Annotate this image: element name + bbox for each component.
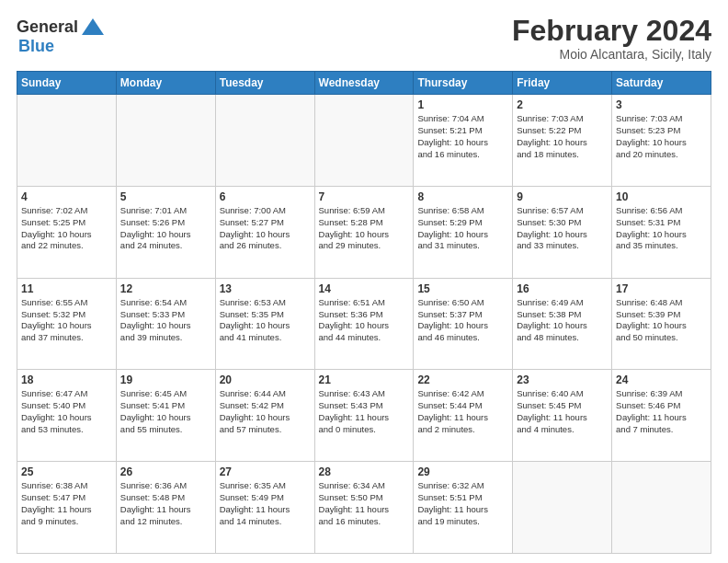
day-number: 27 [220, 465, 311, 478]
day-number: 29 [417, 465, 508, 478]
day-number: 6 [220, 190, 311, 203]
title-block: February 2024 Moio Alcantara, Sicily, It… [512, 15, 711, 62]
header: General Blue February 2024 Moio Alcantar… [17, 15, 711, 62]
calendar-week-1: 1Sunrise: 7:04 AMSunset: 5:21 PMDaylight… [17, 95, 711, 187]
svg-marker-0 [82, 18, 104, 35]
day-info: Sunrise: 6:54 AMSunset: 5:33 PMDaylight:… [120, 297, 211, 344]
day-number: 5 [120, 190, 211, 203]
calendar-cell: 20Sunrise: 6:44 AMSunset: 5:42 PMDayligh… [215, 370, 314, 462]
day-number: 10 [616, 190, 707, 203]
day-number: 20 [220, 373, 311, 386]
day-info: Sunrise: 6:53 AMSunset: 5:35 PMDaylight:… [220, 297, 311, 344]
day-info: Sunrise: 6:51 AMSunset: 5:36 PMDaylight:… [319, 297, 410, 344]
calendar-cell: 16Sunrise: 6:49 AMSunset: 5:38 PMDayligh… [513, 278, 612, 370]
calendar-cell: 27Sunrise: 6:35 AMSunset: 5:49 PMDayligh… [215, 462, 314, 554]
day-info: Sunrise: 7:04 AMSunset: 5:21 PMDaylight:… [417, 113, 508, 160]
day-info: Sunrise: 6:36 AMSunset: 5:48 PMDaylight:… [120, 480, 211, 527]
calendar-cell: 28Sunrise: 6:34 AMSunset: 5:50 PMDayligh… [314, 462, 414, 554]
calendar-cell: 12Sunrise: 6:54 AMSunset: 5:33 PMDayligh… [116, 278, 215, 370]
calendar-cell [513, 462, 612, 554]
calendar-cell [314, 95, 414, 187]
day-number: 1 [417, 98, 508, 111]
day-number: 11 [21, 282, 112, 295]
day-number: 22 [417, 373, 508, 386]
calendar-cell: 4Sunrise: 7:02 AMSunset: 5:25 PMDaylight… [17, 186, 117, 278]
day-number: 15 [417, 282, 508, 295]
logo: General Blue [17, 15, 106, 56]
day-number: 28 [319, 465, 410, 478]
day-info: Sunrise: 7:03 AMSunset: 5:23 PMDaylight:… [616, 113, 707, 160]
day-info: Sunrise: 6:59 AMSunset: 5:28 PMDaylight:… [319, 205, 410, 252]
calendar-table: SundayMondayTuesdayWednesdayThursdayFrid… [17, 71, 711, 554]
day-number: 3 [616, 98, 707, 111]
calendar-cell: 21Sunrise: 6:43 AMSunset: 5:43 PMDayligh… [314, 370, 414, 462]
month-title: February 2024 [512, 15, 711, 47]
day-number: 7 [319, 190, 410, 203]
day-info: Sunrise: 7:03 AMSunset: 5:22 PMDaylight:… [517, 113, 608, 160]
day-info: Sunrise: 6:32 AMSunset: 5:51 PMDaylight:… [417, 480, 508, 527]
day-info: Sunrise: 6:38 AMSunset: 5:47 PMDaylight:… [21, 480, 112, 527]
calendar-cell: 18Sunrise: 6:47 AMSunset: 5:40 PMDayligh… [17, 370, 117, 462]
day-number: 23 [517, 373, 608, 386]
calendar-header-thursday: Thursday [414, 72, 513, 95]
day-info: Sunrise: 6:34 AMSunset: 5:50 PMDaylight:… [319, 480, 410, 527]
calendar-cell: 9Sunrise: 6:57 AMSunset: 5:30 PMDaylight… [513, 186, 612, 278]
day-number: 19 [120, 373, 211, 386]
day-number: 2 [517, 98, 608, 111]
calendar-week-3: 11Sunrise: 6:55 AMSunset: 5:32 PMDayligh… [17, 278, 711, 370]
calendar-cell: 11Sunrise: 6:55 AMSunset: 5:32 PMDayligh… [17, 278, 117, 370]
calendar-body: 1Sunrise: 7:04 AMSunset: 5:21 PMDaylight… [17, 95, 711, 554]
day-info: Sunrise: 6:45 AMSunset: 5:41 PMDaylight:… [120, 388, 211, 435]
location-subtitle: Moio Alcantara, Sicily, Italy [512, 47, 711, 62]
day-number: 17 [616, 282, 707, 295]
day-info: Sunrise: 7:02 AMSunset: 5:25 PMDaylight:… [21, 205, 112, 252]
calendar-cell [17, 95, 117, 187]
day-info: Sunrise: 6:43 AMSunset: 5:43 PMDaylight:… [319, 388, 410, 435]
calendar-cell [215, 95, 314, 187]
calendar-header-saturday: Saturday [612, 72, 711, 95]
day-info: Sunrise: 6:56 AMSunset: 5:31 PMDaylight:… [616, 205, 707, 252]
calendar-cell: 29Sunrise: 6:32 AMSunset: 5:51 PMDayligh… [414, 462, 513, 554]
calendar-cell [116, 95, 215, 187]
day-info: Sunrise: 6:49 AMSunset: 5:38 PMDaylight:… [517, 297, 608, 344]
day-number: 9 [517, 190, 608, 203]
calendar-cell [612, 462, 711, 554]
calendar-header-tuesday: Tuesday [215, 72, 314, 95]
day-info: Sunrise: 6:42 AMSunset: 5:44 PMDaylight:… [417, 388, 508, 435]
day-info: Sunrise: 6:48 AMSunset: 5:39 PMDaylight:… [616, 297, 707, 344]
calendar-cell: 6Sunrise: 7:00 AMSunset: 5:27 PMDaylight… [215, 186, 314, 278]
calendar-cell: 17Sunrise: 6:48 AMSunset: 5:39 PMDayligh… [612, 278, 711, 370]
day-info: Sunrise: 6:47 AMSunset: 5:40 PMDaylight:… [21, 388, 112, 435]
day-info: Sunrise: 6:55 AMSunset: 5:32 PMDaylight:… [21, 297, 112, 344]
calendar-cell: 22Sunrise: 6:42 AMSunset: 5:44 PMDayligh… [414, 370, 513, 462]
calendar-header-wednesday: Wednesday [314, 72, 414, 95]
calendar-cell: 15Sunrise: 6:50 AMSunset: 5:37 PMDayligh… [414, 278, 513, 370]
day-number: 18 [21, 373, 112, 386]
day-info: Sunrise: 6:57 AMSunset: 5:30 PMDaylight:… [517, 205, 608, 252]
logo-text: General [17, 18, 78, 37]
day-info: Sunrise: 6:58 AMSunset: 5:29 PMDaylight:… [417, 205, 508, 252]
day-number: 16 [517, 282, 608, 295]
day-info: Sunrise: 6:40 AMSunset: 5:45 PMDaylight:… [517, 388, 608, 435]
calendar-cell: 26Sunrise: 6:36 AMSunset: 5:48 PMDayligh… [116, 462, 215, 554]
calendar-cell: 5Sunrise: 7:01 AMSunset: 5:26 PMDaylight… [116, 186, 215, 278]
calendar-cell: 8Sunrise: 6:58 AMSunset: 5:29 PMDaylight… [414, 186, 513, 278]
day-number: 14 [319, 282, 410, 295]
day-info: Sunrise: 7:01 AMSunset: 5:26 PMDaylight:… [120, 205, 211, 252]
day-number: 25 [21, 465, 112, 478]
calendar-cell: 14Sunrise: 6:51 AMSunset: 5:36 PMDayligh… [314, 278, 414, 370]
day-number: 8 [417, 190, 508, 203]
logo-icon [80, 15, 106, 40]
calendar-cell: 2Sunrise: 7:03 AMSunset: 5:22 PMDaylight… [513, 95, 612, 187]
day-number: 12 [120, 282, 211, 295]
calendar-header-row: SundayMondayTuesdayWednesdayThursdayFrid… [17, 72, 711, 95]
day-number: 4 [21, 190, 112, 203]
calendar-header-sunday: Sunday [17, 72, 117, 95]
calendar-cell: 24Sunrise: 6:39 AMSunset: 5:46 PMDayligh… [612, 370, 711, 462]
calendar-cell: 23Sunrise: 6:40 AMSunset: 5:45 PMDayligh… [513, 370, 612, 462]
day-number: 26 [120, 465, 211, 478]
page: General Blue February 2024 Moio Alcantar… [0, 0, 728, 563]
day-number: 21 [319, 373, 410, 386]
calendar-cell: 1Sunrise: 7:04 AMSunset: 5:21 PMDaylight… [414, 95, 513, 187]
day-number: 24 [616, 373, 707, 386]
